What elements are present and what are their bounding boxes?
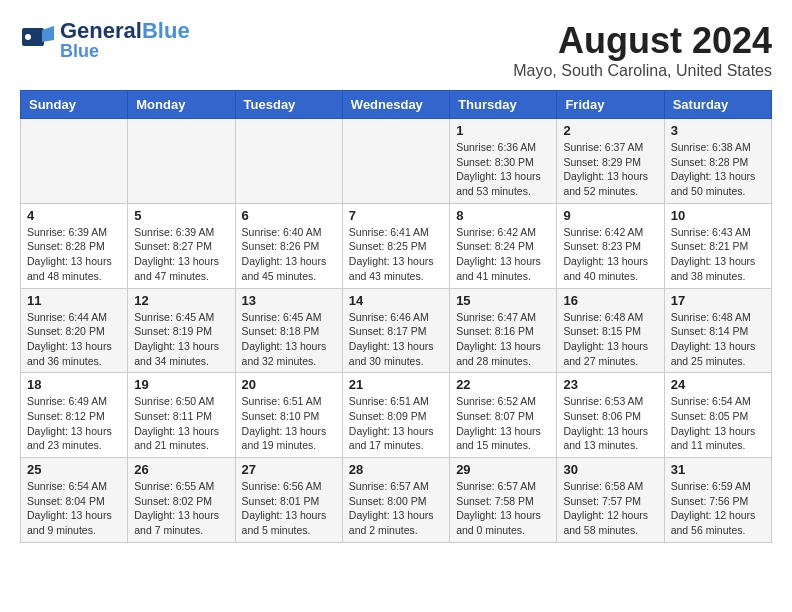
day-info: Sunrise: 6:54 AM Sunset: 8:05 PM Dayligh… bbox=[671, 394, 765, 453]
weekday-header-thursday: Thursday bbox=[450, 91, 557, 119]
calendar-cell: 14Sunrise: 6:46 AM Sunset: 8:17 PM Dayli… bbox=[342, 288, 449, 373]
day-info: Sunrise: 6:48 AM Sunset: 8:14 PM Dayligh… bbox=[671, 310, 765, 369]
day-number: 4 bbox=[27, 208, 121, 223]
day-info: Sunrise: 6:39 AM Sunset: 8:27 PM Dayligh… bbox=[134, 225, 228, 284]
calendar-cell: 17Sunrise: 6:48 AM Sunset: 8:14 PM Dayli… bbox=[664, 288, 771, 373]
calendar-cell: 11Sunrise: 6:44 AM Sunset: 8:20 PM Dayli… bbox=[21, 288, 128, 373]
week-row-3: 11Sunrise: 6:44 AM Sunset: 8:20 PM Dayli… bbox=[21, 288, 772, 373]
day-info: Sunrise: 6:51 AM Sunset: 8:10 PM Dayligh… bbox=[242, 394, 336, 453]
weekday-header-tuesday: Tuesday bbox=[235, 91, 342, 119]
day-info: Sunrise: 6:39 AM Sunset: 8:28 PM Dayligh… bbox=[27, 225, 121, 284]
calendar-cell: 16Sunrise: 6:48 AM Sunset: 8:15 PM Dayli… bbox=[557, 288, 664, 373]
calendar-cell: 28Sunrise: 6:57 AM Sunset: 8:00 PM Dayli… bbox=[342, 458, 449, 543]
day-number: 25 bbox=[27, 462, 121, 477]
day-number: 5 bbox=[134, 208, 228, 223]
week-row-2: 4Sunrise: 6:39 AM Sunset: 8:28 PM Daylig… bbox=[21, 203, 772, 288]
calendar-cell bbox=[128, 119, 235, 204]
calendar-cell bbox=[21, 119, 128, 204]
day-info: Sunrise: 6:36 AM Sunset: 8:30 PM Dayligh… bbox=[456, 140, 550, 199]
day-number: 20 bbox=[242, 377, 336, 392]
weekday-header-wednesday: Wednesday bbox=[342, 91, 449, 119]
calendar-cell: 1Sunrise: 6:36 AM Sunset: 8:30 PM Daylig… bbox=[450, 119, 557, 204]
logo-text-blue: Blue bbox=[60, 42, 190, 60]
day-info: Sunrise: 6:58 AM Sunset: 7:57 PM Dayligh… bbox=[563, 479, 657, 538]
calendar-cell: 21Sunrise: 6:51 AM Sunset: 8:09 PM Dayli… bbox=[342, 373, 449, 458]
calendar-cell: 27Sunrise: 6:56 AM Sunset: 8:01 PM Dayli… bbox=[235, 458, 342, 543]
day-info: Sunrise: 6:50 AM Sunset: 8:11 PM Dayligh… bbox=[134, 394, 228, 453]
day-number: 27 bbox=[242, 462, 336, 477]
day-info: Sunrise: 6:45 AM Sunset: 8:19 PM Dayligh… bbox=[134, 310, 228, 369]
day-number: 29 bbox=[456, 462, 550, 477]
day-info: Sunrise: 6:57 AM Sunset: 8:00 PM Dayligh… bbox=[349, 479, 443, 538]
day-info: Sunrise: 6:44 AM Sunset: 8:20 PM Dayligh… bbox=[27, 310, 121, 369]
week-row-4: 18Sunrise: 6:49 AM Sunset: 8:12 PM Dayli… bbox=[21, 373, 772, 458]
day-number: 13 bbox=[242, 293, 336, 308]
svg-point-2 bbox=[25, 34, 31, 40]
calendar-cell: 26Sunrise: 6:55 AM Sunset: 8:02 PM Dayli… bbox=[128, 458, 235, 543]
day-number: 11 bbox=[27, 293, 121, 308]
day-number: 18 bbox=[27, 377, 121, 392]
calendar-cell: 3Sunrise: 6:38 AM Sunset: 8:28 PM Daylig… bbox=[664, 119, 771, 204]
calendar-cell: 9Sunrise: 6:42 AM Sunset: 8:23 PM Daylig… bbox=[557, 203, 664, 288]
day-number: 23 bbox=[563, 377, 657, 392]
calendar-title: August 2024 bbox=[513, 20, 772, 62]
calendar-cell: 31Sunrise: 6:59 AM Sunset: 7:56 PM Dayli… bbox=[664, 458, 771, 543]
day-number: 14 bbox=[349, 293, 443, 308]
day-info: Sunrise: 6:48 AM Sunset: 8:15 PM Dayligh… bbox=[563, 310, 657, 369]
calendar-cell: 2Sunrise: 6:37 AM Sunset: 8:29 PM Daylig… bbox=[557, 119, 664, 204]
calendar-cell: 15Sunrise: 6:47 AM Sunset: 8:16 PM Dayli… bbox=[450, 288, 557, 373]
day-number: 21 bbox=[349, 377, 443, 392]
weekday-header-row: SundayMondayTuesdayWednesdayThursdayFrid… bbox=[21, 91, 772, 119]
day-number: 17 bbox=[671, 293, 765, 308]
day-number: 7 bbox=[349, 208, 443, 223]
calendar-cell: 7Sunrise: 6:41 AM Sunset: 8:25 PM Daylig… bbox=[342, 203, 449, 288]
weekday-header-sunday: Sunday bbox=[21, 91, 128, 119]
calendar-cell: 25Sunrise: 6:54 AM Sunset: 8:04 PM Dayli… bbox=[21, 458, 128, 543]
calendar-cell: 29Sunrise: 6:57 AM Sunset: 7:58 PM Dayli… bbox=[450, 458, 557, 543]
calendar-cell: 19Sunrise: 6:50 AM Sunset: 8:11 PM Dayli… bbox=[128, 373, 235, 458]
calendar-table: SundayMondayTuesdayWednesdayThursdayFrid… bbox=[20, 90, 772, 543]
calendar-cell bbox=[235, 119, 342, 204]
day-info: Sunrise: 6:41 AM Sunset: 8:25 PM Dayligh… bbox=[349, 225, 443, 284]
calendar-cell: 18Sunrise: 6:49 AM Sunset: 8:12 PM Dayli… bbox=[21, 373, 128, 458]
day-info: Sunrise: 6:45 AM Sunset: 8:18 PM Dayligh… bbox=[242, 310, 336, 369]
week-row-5: 25Sunrise: 6:54 AM Sunset: 8:04 PM Dayli… bbox=[21, 458, 772, 543]
calendar-cell: 24Sunrise: 6:54 AM Sunset: 8:05 PM Dayli… bbox=[664, 373, 771, 458]
day-info: Sunrise: 6:59 AM Sunset: 7:56 PM Dayligh… bbox=[671, 479, 765, 538]
day-number: 2 bbox=[563, 123, 657, 138]
day-info: Sunrise: 6:40 AM Sunset: 8:26 PM Dayligh… bbox=[242, 225, 336, 284]
day-info: Sunrise: 6:46 AM Sunset: 8:17 PM Dayligh… bbox=[349, 310, 443, 369]
day-number: 30 bbox=[563, 462, 657, 477]
calendar-subtitle: Mayo, South Carolina, United States bbox=[513, 62, 772, 80]
calendar-cell: 5Sunrise: 6:39 AM Sunset: 8:27 PM Daylig… bbox=[128, 203, 235, 288]
calendar-cell: 12Sunrise: 6:45 AM Sunset: 8:19 PM Dayli… bbox=[128, 288, 235, 373]
day-info: Sunrise: 6:56 AM Sunset: 8:01 PM Dayligh… bbox=[242, 479, 336, 538]
day-info: Sunrise: 6:42 AM Sunset: 8:24 PM Dayligh… bbox=[456, 225, 550, 284]
logo-text-general: GeneralBlue bbox=[60, 20, 190, 42]
calendar-cell: 13Sunrise: 6:45 AM Sunset: 8:18 PM Dayli… bbox=[235, 288, 342, 373]
day-info: Sunrise: 6:38 AM Sunset: 8:28 PM Dayligh… bbox=[671, 140, 765, 199]
day-number: 31 bbox=[671, 462, 765, 477]
logo-icon bbox=[20, 20, 56, 60]
calendar-cell: 8Sunrise: 6:42 AM Sunset: 8:24 PM Daylig… bbox=[450, 203, 557, 288]
day-number: 28 bbox=[349, 462, 443, 477]
day-number: 9 bbox=[563, 208, 657, 223]
day-number: 6 bbox=[242, 208, 336, 223]
calendar-cell bbox=[342, 119, 449, 204]
weekday-header-monday: Monday bbox=[128, 91, 235, 119]
day-info: Sunrise: 6:53 AM Sunset: 8:06 PM Dayligh… bbox=[563, 394, 657, 453]
day-number: 22 bbox=[456, 377, 550, 392]
day-info: Sunrise: 6:49 AM Sunset: 8:12 PM Dayligh… bbox=[27, 394, 121, 453]
day-info: Sunrise: 6:42 AM Sunset: 8:23 PM Dayligh… bbox=[563, 225, 657, 284]
page-header: GeneralBlue Blue August 2024 Mayo, South… bbox=[20, 20, 772, 80]
day-number: 1 bbox=[456, 123, 550, 138]
calendar-cell: 20Sunrise: 6:51 AM Sunset: 8:10 PM Dayli… bbox=[235, 373, 342, 458]
week-row-1: 1Sunrise: 6:36 AM Sunset: 8:30 PM Daylig… bbox=[21, 119, 772, 204]
day-info: Sunrise: 6:54 AM Sunset: 8:04 PM Dayligh… bbox=[27, 479, 121, 538]
day-info: Sunrise: 6:52 AM Sunset: 8:07 PM Dayligh… bbox=[456, 394, 550, 453]
calendar-cell: 4Sunrise: 6:39 AM Sunset: 8:28 PM Daylig… bbox=[21, 203, 128, 288]
day-info: Sunrise: 6:47 AM Sunset: 8:16 PM Dayligh… bbox=[456, 310, 550, 369]
day-number: 3 bbox=[671, 123, 765, 138]
day-info: Sunrise: 6:43 AM Sunset: 8:21 PM Dayligh… bbox=[671, 225, 765, 284]
logo: GeneralBlue Blue bbox=[20, 20, 190, 60]
